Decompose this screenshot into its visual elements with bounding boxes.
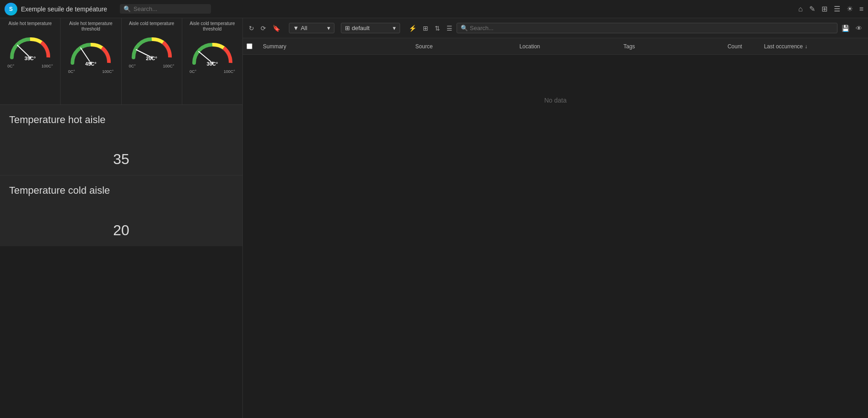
bookmark-button[interactable]: 🔖 <box>270 23 282 34</box>
search-icon: 🔍 <box>123 5 131 12</box>
gauge-hot-temp: Aisle hot temperature <box>0 18 61 104</box>
gauge-hot-threshold: Aisle hot temperature threshold 45C° <box>61 18 121 104</box>
main-layout: Aisle hot temperature <box>0 18 868 418</box>
gauge-hot-temp-title: Aisle hot temperature <box>9 21 52 26</box>
th-checkbox[interactable] <box>247 43 259 49</box>
gauge-hot-temp-labels: 0C° 100C° <box>7 64 53 68</box>
brightness-icon[interactable]: ☀ <box>847 5 853 13</box>
filter-chevron-icon: ▾ <box>327 25 330 31</box>
topbar: S Exemple seuile de tempéature 🔍 ⌂ ✎ ⊞ ☰… <box>0 0 868 18</box>
hot-aisle-title: Temperature hot aisle <box>9 114 233 126</box>
refresh-button[interactable]: ↻ <box>247 23 257 34</box>
auto-refresh-button[interactable]: ⟳ <box>258 23 268 34</box>
gauge-cold-temp-value: 20C° <box>146 56 157 61</box>
topbar-search[interactable]: 🔍 <box>120 4 211 14</box>
sort-arrow-icon: ↓ <box>805 43 807 50</box>
alert-search-box[interactable]: 🔍 <box>457 23 837 33</box>
cold-aisle-value: 20 <box>9 222 233 239</box>
gauge-hot-threshold-title: Aisle hot temperature threshold <box>62 21 119 32</box>
alert-search-input[interactable] <box>470 25 833 31</box>
gauge-cold-threshold: Aisle cold temperature threshold 30C° <box>182 18 242 104</box>
gauge-hot-threshold-display: 45C° <box>68 36 113 67</box>
app-logo: S <box>5 3 17 15</box>
list-icon[interactable]: ☰ <box>834 5 840 13</box>
left-panel: Aisle hot temperature <box>0 18 243 418</box>
edit-icon[interactable]: ✎ <box>809 5 815 13</box>
no-data-message: No data <box>243 55 868 146</box>
gauge-hot-temp-display: 35C° <box>7 30 53 62</box>
cold-aisle-panel: Temperature cold aisle 20 <box>0 175 242 246</box>
cold-aisle-title: Temperature cold aisle <box>9 185 233 196</box>
gauge-hot-threshold-labels: 0C° 100C° <box>68 69 113 74</box>
columns-filter-button[interactable]: ⚡ <box>406 23 419 34</box>
filter-icon: ▼ <box>293 25 299 31</box>
dashboard-icon[interactable]: ⊞ <box>822 5 827 13</box>
th-location: Location <box>516 43 620 50</box>
gauge-hot-threshold-value: 45C° <box>85 61 97 67</box>
right-panel: ↻ ⟳ 🔖 ▼ All ▾ ⊞ default ▾ ⚡ ⊞ ⇅ ☰ 🔍 <box>243 18 868 418</box>
gauge-cold-threshold-title: Aisle cold temperature threshold <box>184 21 241 32</box>
alert-toolbar: ↻ ⟳ 🔖 ▼ All ▾ ⊞ default ▾ ⚡ ⊞ ⇅ ☰ 🔍 <box>243 18 868 38</box>
topbar-search-input[interactable] <box>134 5 202 12</box>
th-source: Source <box>412 43 516 50</box>
th-tags: Tags <box>620 43 724 50</box>
hot-aisle-value: 35 <box>9 151 233 168</box>
hot-aisle-panel: Temperature hot aisle 35 <box>0 105 242 175</box>
app-title: Exemple seuile de tempéature <box>21 5 107 13</box>
profile-dropdown[interactable]: ⊞ default ▾ <box>341 23 400 33</box>
th-summary: Summary <box>259 43 412 50</box>
th-last-occurrence: Last occurrence ↓ <box>760 43 864 50</box>
gauge-cold-threshold-display: 30C° <box>190 36 235 67</box>
table-header: Summary Source Location Tags Count Last … <box>243 38 868 55</box>
gauge-cold-threshold-labels: 0C° 100C° <box>190 69 235 74</box>
gauge-hot-temp-value: 35C° <box>25 56 36 61</box>
profile-label: default <box>352 25 370 31</box>
sort-button[interactable]: ⇅ <box>432 23 442 34</box>
filter-label: All <box>301 25 307 31</box>
alert-search-icon: 🔍 <box>461 25 468 31</box>
gauge-cold-temp-title: Aisle cold temperature <box>129 21 175 26</box>
profile-icon: ⊞ <box>345 25 350 31</box>
columns-layout-button[interactable]: ⊞ <box>421 23 431 34</box>
gauge-row: Aisle hot temperature <box>0 18 242 105</box>
save-button[interactable]: 💾 <box>839 23 852 34</box>
gauge-cold-threshold-value: 30C° <box>207 61 218 67</box>
topbar-right-icons: ⌂ ✎ ⊞ ☰ ☀ ≡ <box>798 5 863 13</box>
gauge-cold-temp: Aisle cold temperature 20C° <box>122 18 182 104</box>
alert-table: Summary Source Location Tags Count Last … <box>243 38 868 418</box>
gauge-cold-temp-labels: 0C° 100C° <box>129 64 175 68</box>
menu-icon[interactable]: ≡ <box>859 5 863 13</box>
filter-dropdown[interactable]: ▼ All ▾ <box>289 23 334 33</box>
rows-button[interactable]: ☰ <box>444 23 455 34</box>
hide-button[interactable]: 👁 <box>853 23 864 34</box>
home-icon[interactable]: ⌂ <box>798 5 803 13</box>
profile-chevron-icon: ▾ <box>393 25 396 31</box>
th-count: Count <box>724 43 760 50</box>
select-all-checkbox[interactable] <box>247 43 252 49</box>
gauge-cold-temp-display: 20C° <box>129 30 175 62</box>
